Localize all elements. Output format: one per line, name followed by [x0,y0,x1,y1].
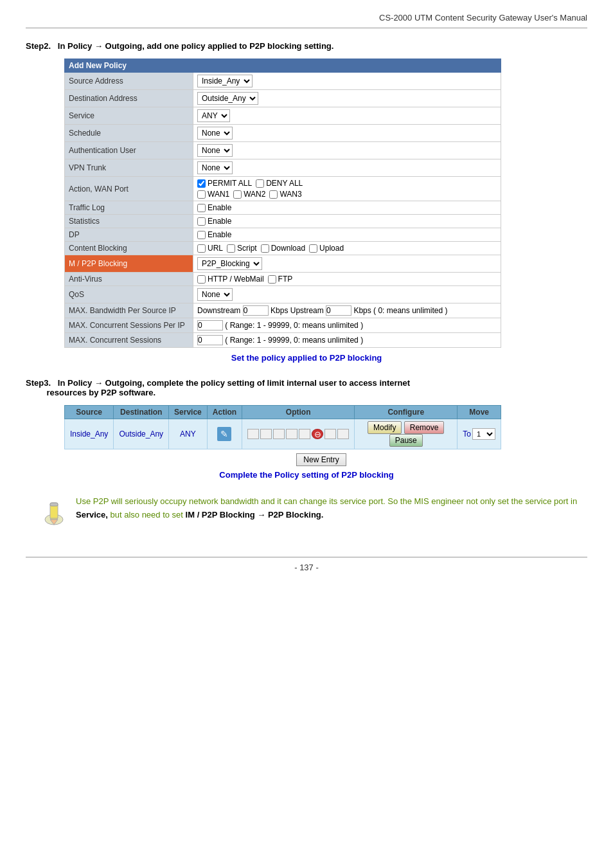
auth-user-select[interactable]: None [197,144,233,157]
modify-button[interactable]: Modify [368,421,402,434]
script-checkbox[interactable] [227,244,235,253]
form-title: Add New Policy [65,59,501,73]
action-pencil-icon: ✎ [217,427,231,441]
option-box-7 [324,429,336,439]
step2-num: Step2. [26,41,51,51]
page-number: - 137 - [294,563,319,572]
row-source: Inside_Any [65,419,114,449]
col-option: Option [242,406,355,419]
sessions-per-ip-note: ( Range: 1 - 99999, 0: means unlimited ) [225,321,363,330]
url-checkbox[interactable] [197,244,206,253]
auth-user-label: Authentication User [65,142,193,159]
manual-title: CS-2000 UTM Content Security Gateway Use… [379,13,587,23]
note-block: Use P2P will seriously occupy network ba… [39,495,587,531]
wan3-checkbox[interactable] [269,190,278,199]
note-text: Use P2P will seriously occupy network ba… [76,495,587,522]
ftp-checkbox[interactable] [268,275,276,284]
m-p2p-blocking-select[interactable]: P2P_Blocking [197,257,262,270]
destination-address-select[interactable]: Outside_Any [197,92,258,105]
new-entry-button[interactable]: New Entry [296,453,346,466]
m-p2p-blocking-label: M / P2P Blocking [65,255,193,273]
anti-virus-label: Anti-Virus [65,273,193,286]
deny-all-checkbox[interactable] [256,179,264,188]
pause-button[interactable]: Pause [389,434,423,447]
downstream-label: Downstream [197,306,243,315]
action-wan-port-label: Action, WAN Port [65,177,193,201]
schedule-label: Schedule [65,125,193,142]
row-action: ✎ [207,419,242,449]
table-row: Inside_Any Outside_Any ANY ✎ ⊖ [65,419,501,449]
statistics-label: Statistics [65,215,193,228]
traffic-log-checkbox[interactable] [197,204,206,212]
step3-label: Step3. In Policy → Outgoing, complete th… [26,378,587,397]
step3-block: Step3. In Policy → Outgoing, complete th… [26,378,587,480]
step3-caption: Complete the Policy setting of P2P block… [26,470,587,480]
step2-block: Step2. In Policy → Outgoing, add one pol… [26,41,587,363]
wan1-checkbox[interactable] [197,190,206,199]
permit-all-checkbox[interactable] [197,179,206,188]
max-sessions-cell: ( Range: 1 - 99999, 0: means unlimited ) [193,333,501,348]
dp-checkbox[interactable] [197,231,206,239]
max-bw-per-source-label: MAX. Bandwidth Per Source IP [65,303,193,318]
schedule-cell: None [193,125,501,142]
note-bold-p2p: IM / P2P Blocking → P2P Blocking. [186,510,324,520]
vpn-trunk-cell: None [193,159,501,177]
svg-rect-3 [50,503,58,506]
max-bw-per-source-cell: Downstream Kbps Upstream Kbps ( 0: means… [193,303,501,318]
anti-virus-cell: HTTP / WebMail FTP [193,273,501,286]
move-to-label: To [463,429,471,439]
row-move: To 1 [458,419,501,449]
statistics-cell: Enable [193,215,501,228]
content-blocking-cell: URL Script Download Upload [193,242,501,255]
col-configure: Configure [355,406,458,419]
upstream-input[interactable] [326,305,351,316]
pencil-icon [39,496,69,531]
page-footer: - 137 - [26,557,587,572]
max-sessions-per-ip-label: MAX. Concurrent Sessions Per IP [65,318,193,333]
col-source: Source [65,406,114,419]
destination-address-label: Destination Address [65,90,193,107]
new-entry-label: New Entry [303,455,339,464]
kbps-upstream-label: Kbps Upstream [271,306,326,315]
sessions-note: ( Range: 1 - 99999, 0: means unlimited ) [225,336,363,345]
page-header: CS-2000 UTM Content Security Gateway Use… [26,13,587,28]
option-box-4 [286,429,298,439]
content-blocking-label: Content Blocking [65,242,193,255]
auth-user-cell: None [193,142,501,159]
add-policy-form: Add New Policy Source Address Inside_Any… [64,59,501,348]
move-to-select[interactable]: 1 [472,428,495,440]
upload-checkbox[interactable] [309,244,317,253]
wan2-checkbox[interactable] [233,190,242,199]
statistics-checkbox[interactable] [197,217,206,226]
source-address-select[interactable]: Inside_Any [197,75,253,87]
remove-button[interactable]: Remove [404,421,445,434]
action-wan-port-cell: PERMIT ALL DENY ALL WAN1 WAN2 WAN3 [193,177,501,201]
col-destination: Destination [114,406,169,419]
download-checkbox[interactable] [261,244,269,253]
row-service: ANY [169,419,208,449]
max-sessions-per-ip-input[interactable] [197,320,223,330]
max-sessions-input[interactable] [197,335,223,345]
option-box-3 [273,429,285,439]
http-webmail-checkbox[interactable] [197,275,206,284]
policy-list-wrap: Source Destination Service Action Option… [64,405,587,466]
m-p2p-blocking-cell: P2P_Blocking [193,255,501,273]
qos-cell: None [193,286,501,303]
option-box-1 [247,429,259,439]
service-select[interactable]: ANY [197,109,230,122]
source-address-label: Source Address [65,73,193,90]
service-cell: ANY [193,107,501,125]
step3-num: Step3. [26,378,51,388]
source-address-cell: Inside_Any [193,73,501,90]
service-label: Service [65,107,193,125]
downstream-input[interactable] [243,305,269,316]
col-service: Service [169,406,208,419]
destination-address-cell: Outside_Any [193,90,501,107]
max-sessions-per-ip-cell: ( Range: 1 - 99999, 0: means unlimited ) [193,318,501,333]
kbps-note: Kbps ( 0: means unlimited ) [353,306,447,315]
vpn-trunk-select[interactable]: None [197,161,233,174]
schedule-select[interactable]: None [197,127,233,140]
option-box-2 [260,429,272,439]
step2-label: Step2. In Policy → Outgoing, add one pol… [26,41,587,51]
qos-select[interactable]: None [197,288,233,301]
